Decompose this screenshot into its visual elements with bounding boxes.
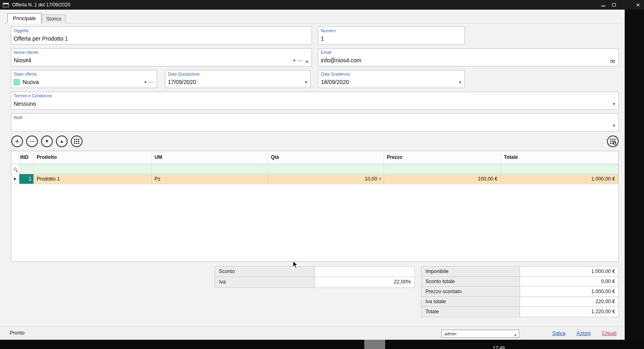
note-label: Note (14, 115, 23, 120)
grid-icon (74, 139, 79, 144)
filter-row-indicator (11, 164, 19, 174)
add-row-button[interactable]: + (11, 135, 23, 147)
chiudi-link[interactable]: Chiudi (602, 330, 617, 336)
window-title: Offerta N. 1 del 17/09/2020 (12, 2, 70, 8)
close-button[interactable]: × (633, 0, 643, 10)
user-dropdown[interactable]: admin ▾ (442, 330, 519, 338)
column-header-totale[interactable]: Totale (501, 151, 618, 164)
titlebar: Offerta N. 1 del 17/09/2020 × (0, 0, 644, 10)
column-header-prezzo[interactable]: Prezzo (384, 151, 501, 164)
tab-principale[interactable]: Principale (7, 13, 41, 23)
data-scadenza-field[interactable]: Data Scadenza 18/09/2020 ▾ (318, 70, 465, 88)
sconto-totale-label: Sconto totale (421, 277, 520, 286)
stato-more-icon[interactable]: ⋯ (148, 80, 153, 84)
stato-offerta-label: Stato offerta (14, 72, 37, 76)
items-grid: IND Prodotto UM Qtà Prezzo Totale ▶ 1 Pr… (11, 151, 619, 262)
imponibile-row: Imponibile 1.000,00 € (421, 267, 618, 277)
totale-label: Totale (421, 307, 520, 317)
cell-ind[interactable]: 1 (19, 174, 34, 184)
sconto-label: Sconto (215, 267, 315, 277)
taskbar-button[interactable] (364, 340, 385, 349)
quotazione-dropdown-icon[interactable]: ▾ (305, 80, 307, 84)
stato-offerta-field[interactable]: Stato offerta Nuova ▾ ⋯ (11, 70, 157, 88)
minimize-button[interactable] (598, 0, 609, 10)
sconto-totale-row: Sconto totale 0,00 € (421, 277, 618, 287)
grid-filter-row[interactable] (11, 164, 618, 174)
cliente-dropdown-icon[interactable]: ▾ (293, 58, 295, 63)
discount-iva-table: Sconto Iva 22,00% (215, 266, 415, 288)
cell-prodotto[interactable]: Prodotto 1 (34, 174, 152, 184)
mouse-cursor (293, 261, 299, 269)
grid-row-1[interactable]: ▶ 1 Prodotto 1 Pz 10,00 ▾ 100,00 € 1.000… (11, 174, 618, 184)
column-header-um[interactable]: UM (152, 151, 268, 164)
cliente-add-icon[interactable]: + (305, 59, 309, 64)
stato-dropdown-icon[interactable]: ▾ (144, 80, 147, 84)
nome-cliente-value: Nios#4 (14, 57, 31, 64)
filter-cell-qta[interactable] (268, 164, 384, 174)
oggetto-value: Offerta per Prodotto 1 (14, 35, 68, 42)
desktop-background (625, 10, 644, 349)
stato-offerta-value-wrap: Nuova (14, 79, 39, 85)
iva-row: Iva 22,00% (215, 277, 414, 287)
termini-label: Termini e Condizioni (14, 93, 52, 98)
filter-cell-totale[interactable] (501, 164, 618, 174)
screen: Offerta N. 1 del 17/09/2020 × Principale… (0, 0, 644, 349)
restore-icon (612, 3, 616, 6)
plus-icon: + (15, 138, 19, 145)
column-header-qta[interactable]: Qtà (268, 151, 384, 164)
cell-qta[interactable]: 10,00 ▾ (268, 174, 384, 184)
column-header-prodotto[interactable]: Prodotto (34, 151, 152, 164)
iva-totale-label: Iva totale (421, 297, 520, 306)
numero-field[interactable]: Numero 1 (318, 27, 465, 45)
move-row-down-button[interactable]: ▼ (41, 135, 53, 147)
cell-totale[interactable]: 1.000,00 € (501, 174, 618, 184)
data-quotazione-value: 17/09/2020 (168, 79, 196, 85)
termini-dropdown-icon[interactable]: ▾ (613, 102, 615, 106)
filter-cell-prezzo[interactable] (384, 164, 501, 174)
cliente-more-icon[interactable]: ⋯ (297, 58, 303, 63)
email-field[interactable]: Email info@nios4.com ✉ (318, 48, 619, 66)
minus-icon: − (30, 138, 34, 145)
oggetto-field[interactable]: Oggetto Offerta per Prodotto 1 (11, 27, 312, 45)
sconto-value[interactable] (315, 267, 414, 277)
column-header-ind[interactable]: IND (19, 151, 34, 164)
scadenza-dropdown-icon[interactable]: ▾ (459, 80, 461, 84)
remove-row-button[interactable]: − (26, 135, 38, 147)
grid-settings-button[interactable] (607, 135, 619, 147)
note-dropdown-icon[interactable]: ▾ (613, 123, 615, 128)
tab-strip: Principale Storico (7, 13, 66, 23)
iva-label: Iva (215, 277, 315, 287)
qta-dropdown-icon[interactable]: ▾ (379, 174, 381, 184)
filter-cell-prodotto[interactable] (34, 164, 152, 174)
user-dropdown-caret-icon[interactable]: ▾ (514, 332, 516, 339)
cell-qta-value: 10,00 (365, 174, 377, 184)
data-scadenza-label: Data Scadenza (321, 72, 350, 76)
grid-view-button[interactable] (71, 135, 83, 147)
cell-prezzo[interactable]: 100,00 € (384, 174, 501, 184)
termini-field[interactable]: Termini e Condizioni Nessuno ▾ (11, 92, 619, 110)
cell-um[interactable]: Pz (152, 174, 268, 184)
nome-cliente-field[interactable]: Nome cliente Nios#4 ▾ ⋯ + (11, 48, 312, 66)
termini-value: Nessuno (14, 101, 36, 107)
status-color-swatch (14, 79, 20, 85)
move-row-up-button[interactable]: ▲ (56, 135, 68, 147)
data-scadenza-value: 18/09/2020 (321, 79, 349, 85)
iva-value[interactable]: 22,00% (315, 277, 414, 287)
email-envelope-icon[interactable]: ✉ (610, 59, 615, 64)
email-value: info@nios4.com (321, 57, 361, 64)
restore-button[interactable] (609, 0, 619, 10)
filter-cell-ind[interactable] (19, 164, 34, 174)
sconto-row: Sconto (215, 267, 414, 277)
window-controls: × (598, 0, 643, 10)
tab-storico[interactable]: Storico (42, 14, 66, 23)
salva-link[interactable]: Salva (552, 330, 566, 336)
iva-totale-row: Iva totale 220,00 € (421, 297, 618, 307)
azioni-link[interactable]: Azioni (576, 330, 590, 336)
filter-pin-icon (14, 168, 17, 170)
grid-header-row: IND Prodotto UM Qtà Prezzo Totale (11, 151, 618, 164)
data-quotazione-field[interactable]: Data Quotazione 17/09/2020 ▾ (165, 70, 311, 88)
prezzo-scontato-row: Prezzo scontato 1.000,00 € (421, 287, 618, 297)
filter-cell-um[interactable] (152, 164, 268, 174)
note-field[interactable]: Note ▾ (11, 113, 619, 131)
row-selector-cell[interactable]: ▶ (11, 174, 19, 184)
